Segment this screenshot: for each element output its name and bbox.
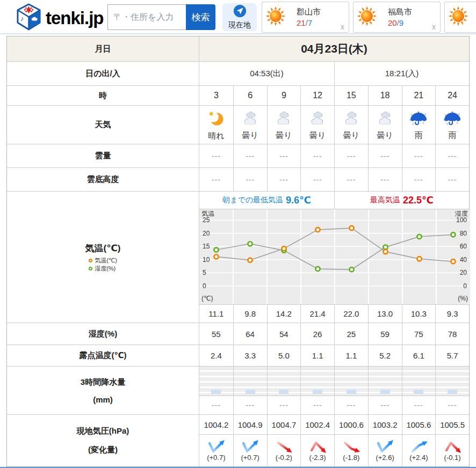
precipitation-value-cell: --- bbox=[267, 396, 301, 414]
pressure-trend-arrow-icon bbox=[342, 440, 360, 454]
precipitation-bar-cell bbox=[233, 367, 267, 396]
svg-text:20: 20 bbox=[203, 230, 210, 237]
precipitation-mini-bar bbox=[246, 390, 255, 394]
cloud-base-cell: --- bbox=[435, 168, 469, 191]
precipitation-value-cell: --- bbox=[368, 396, 402, 414]
temperature-row-label: 気温(℃) bbox=[85, 242, 121, 254]
weather-cell: 曇り bbox=[368, 106, 402, 144]
search-button[interactable]: 検索 bbox=[186, 4, 215, 30]
sun-icon bbox=[357, 6, 377, 28]
precipitation-bar-cell bbox=[267, 367, 301, 396]
city-widget[interactable]: 郡山市 21/7 x bbox=[262, 2, 349, 33]
svg-text:25: 25 bbox=[203, 216, 210, 224]
pressure-trend-arrow-icon bbox=[207, 440, 225, 454]
pressure-change-cell: (-2.3) bbox=[300, 435, 334, 466]
precipitation-bar-cell bbox=[402, 367, 436, 396]
current-location-button[interactable]: 現在地 bbox=[222, 3, 257, 31]
city-name: 福島市 bbox=[380, 7, 412, 17]
precipitation-bar-cell bbox=[435, 367, 469, 396]
logo[interactable]: ♪ tenki.jp bbox=[16, 3, 104, 33]
cloud-amount-cell: --- bbox=[199, 144, 233, 167]
search-input[interactable] bbox=[107, 4, 186, 30]
pressure-delta: (-1.8) bbox=[343, 454, 359, 462]
svg-text:20: 20 bbox=[460, 269, 467, 276]
cloud-base-cell: --- bbox=[199, 168, 233, 191]
hour-row-label: 時 bbox=[7, 86, 199, 105]
dew-point-row-label: 露点温度(℃) bbox=[7, 345, 199, 366]
pressure-value-cell: 1002.4 bbox=[300, 415, 334, 434]
hour-cell: 18 bbox=[368, 86, 402, 105]
hour-cell: 24 bbox=[435, 86, 469, 105]
pressure-change-cell: (+2.4) bbox=[402, 435, 436, 466]
precipitation-row-label-cell: 3時間降水量 (mm) bbox=[7, 367, 199, 414]
cloud-base-cell: --- bbox=[267, 168, 301, 191]
pressure-value-cell: 1004.9 bbox=[233, 415, 267, 434]
temperature-value-cell: 22.0 bbox=[334, 305, 368, 323]
pressure-delta: (+2.6) bbox=[376, 454, 394, 462]
city-temps: 21/7 bbox=[289, 18, 321, 27]
pressure-change-cell: (+2.6) bbox=[368, 435, 402, 466]
cloud-icon bbox=[274, 109, 293, 130]
svg-text:0: 0 bbox=[463, 282, 467, 290]
svg-text:100: 100 bbox=[456, 216, 467, 224]
close-icon[interactable]: x bbox=[432, 23, 436, 31]
city-widgets: 郡山市 21/7 x 福島市 20/9 x 利府町 18/8 x bbox=[262, 2, 476, 33]
cloud-amount-cell: --- bbox=[368, 144, 402, 167]
logo-text: tenki.jp bbox=[46, 8, 104, 28]
weather-cell: 曇り bbox=[300, 106, 334, 144]
date-row-label: 月日 bbox=[7, 36, 199, 61]
humidity-value-cell: 26 bbox=[300, 323, 334, 345]
precipitation-value-cell: --- bbox=[334, 396, 368, 414]
city-high-temp: 20 bbox=[388, 18, 397, 27]
weather-cell: 雨 bbox=[402, 106, 436, 144]
city-low-temp: 9 bbox=[399, 18, 403, 27]
city-widget[interactable]: 利府町 18/8 x bbox=[444, 2, 476, 33]
precipitation-mini-bar bbox=[211, 390, 221, 394]
pressure-row-label: 現地気圧(hPa) bbox=[77, 426, 129, 436]
weather-cell: 雨 bbox=[435, 106, 469, 144]
weather-cell: 曇り bbox=[334, 106, 368, 144]
humidity-value-cell: 59 bbox=[368, 323, 402, 345]
weather-cell: 晴れ bbox=[199, 106, 233, 144]
pressure-trend-arrow-icon bbox=[444, 440, 461, 454]
weather-text: 曇り bbox=[377, 130, 393, 141]
svg-text:15: 15 bbox=[203, 243, 210, 250]
precipitation-mini-bar bbox=[414, 390, 423, 394]
city-name: 利府町 bbox=[472, 7, 476, 17]
city-widget[interactable]: 福島市 20/9 x bbox=[353, 2, 441, 33]
city-info: 利府町 18/8 bbox=[472, 7, 476, 27]
search-box: 検索 bbox=[107, 4, 215, 30]
dew-point-value-cell: 6.1 bbox=[402, 345, 436, 366]
hour-cell: 9 bbox=[267, 86, 301, 105]
weather-text: 雨 bbox=[449, 130, 457, 141]
sunrise-row-label: 日の出/入 bbox=[7, 62, 199, 85]
sun-icon bbox=[265, 6, 286, 28]
cloud-base-cell: --- bbox=[334, 168, 368, 191]
close-icon[interactable]: x bbox=[341, 23, 344, 31]
pressure-delta: (-0.1) bbox=[444, 454, 461, 462]
cloud-base-cell: --- bbox=[402, 168, 436, 191]
weather-text: 晴れ bbox=[208, 131, 224, 141]
hour-cell: 6 bbox=[233, 86, 267, 105]
sunset-value: 18:21(入) bbox=[334, 62, 469, 85]
sun-icon bbox=[448, 6, 468, 28]
umbrella-rain-icon bbox=[409, 109, 428, 130]
pressure-value-cell: 1000.6 bbox=[334, 415, 368, 434]
temperature-value-cell: 9.8 bbox=[233, 305, 267, 323]
city-high-temp: 21 bbox=[297, 18, 306, 27]
precipitation-bar-cell bbox=[199, 367, 233, 396]
city-temps: 20/9 bbox=[380, 18, 412, 27]
umbrella-rain-icon bbox=[443, 109, 462, 130]
temperature-value-cell: 10.3 bbox=[402, 305, 436, 323]
temperature-value-cell: 21.4 bbox=[300, 305, 334, 323]
cloud-icon bbox=[376, 109, 395, 130]
dew-point-value-cell: 5.0 bbox=[267, 345, 301, 366]
precipitation-unit-label: (mm) bbox=[93, 395, 113, 404]
max-temp-cell: 最高気温 22.5℃ bbox=[334, 192, 469, 209]
svg-text:(℃): (℃) bbox=[201, 295, 213, 302]
max-temp-value: 22.5℃ bbox=[403, 195, 434, 206]
min-temp-cell: 朝までの最低気温 9.6℃ bbox=[199, 192, 334, 209]
weather-text: 曇り bbox=[242, 130, 258, 141]
sunrise-value: 04:53(出) bbox=[199, 62, 334, 85]
site-header: ♪ tenki.jp 検索 現在地 郡山市 21/7 x 福島市 20/9 bbox=[0, 0, 476, 34]
